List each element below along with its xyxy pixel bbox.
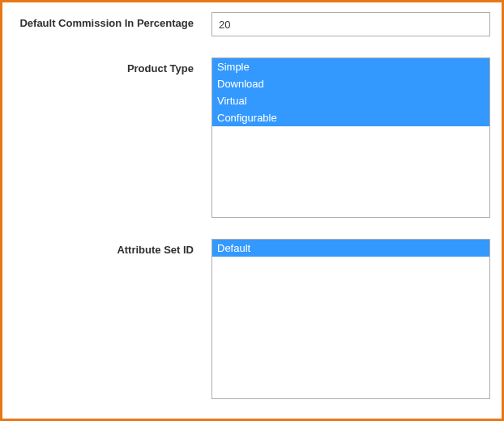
row-attribute-set: Attribute Set ID Default [14, 239, 490, 399]
multiselect-option[interactable]: Default [212, 240, 489, 257]
multiselect-option[interactable]: Download [212, 75, 489, 92]
attribute-set-multiselect[interactable]: Default [211, 239, 490, 399]
multiselect-option[interactable]: Virtual [212, 92, 489, 109]
multiselect-option[interactable]: Configurable [212, 109, 489, 126]
attribute-set-label: Attribute Set ID [14, 239, 211, 256]
commission-label: Default Commission In Percentage [14, 12, 211, 29]
attribute-set-control-wrap: Default [211, 239, 490, 399]
multiselect-option[interactable]: Simple [212, 58, 489, 75]
row-commission: Default Commission In Percentage [14, 12, 490, 36]
commission-control-wrap [211, 12, 490, 36]
product-type-label: Product Type [14, 57, 211, 74]
product-type-control-wrap: SimpleDownloadVirtualConfigurable [211, 57, 490, 218]
row-product-type: Product Type SimpleDownloadVirtualConfig… [14, 57, 490, 218]
config-panel: Default Commission In Percentage Product… [0, 0, 504, 421]
commission-input[interactable] [211, 12, 490, 36]
product-type-multiselect[interactable]: SimpleDownloadVirtualConfigurable [211, 57, 490, 218]
